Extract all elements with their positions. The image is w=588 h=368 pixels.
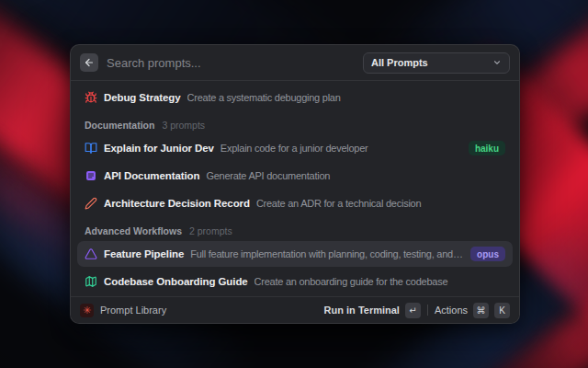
chevron-down-icon <box>492 58 502 67</box>
section-count: 3 prompts <box>162 120 205 131</box>
pencil-icon <box>85 197 97 210</box>
filter-dropdown[interactable]: All Prompts <box>363 52 510 74</box>
run-in-terminal-label: Run in Terminal <box>324 305 400 316</box>
document-lines-icon <box>85 169 97 182</box>
prompt-subtitle: Create an onboarding guide for the codeb… <box>254 276 505 287</box>
filter-label: All Prompts <box>371 57 428 68</box>
prompt-title: API Documentation <box>104 170 199 181</box>
list-item[interactable]: Architecture Decision Record Create an A… <box>77 190 513 216</box>
prompt-subtitle: Explain code for a junior developer <box>220 143 462 154</box>
prompt-title: Feature Pipeline <box>104 248 184 259</box>
prompt-subtitle: Full feature implementation with plannin… <box>190 248 464 259</box>
prompt-subtitle: Create a systematic debugging plan <box>187 92 505 103</box>
triangle-icon <box>85 247 97 260</box>
prompt-subtitle: Generate API documentation <box>206 170 505 181</box>
run-in-terminal-button[interactable]: Run in Terminal ↵ <box>324 303 421 318</box>
claude-logo-icon: ✳ <box>80 304 94 317</box>
model-badge: haiku <box>469 141 505 155</box>
section-label: Documentation <box>85 120 154 131</box>
actions-button[interactable]: Actions ⌘ K <box>435 303 510 318</box>
command-key-icon: ⌘ <box>473 303 489 318</box>
arrow-left-icon <box>84 57 95 68</box>
map-icon <box>85 275 97 288</box>
section-count: 2 prompts <box>189 225 232 236</box>
k-key-icon: K <box>494 303 510 318</box>
search-input[interactable] <box>107 56 355 70</box>
footer-divider <box>427 305 428 316</box>
book-open-icon <box>85 142 97 155</box>
prompt-title: Debug Strategy <box>104 92 181 103</box>
list-item[interactable]: Explain for Junior Dev Explain code for … <box>77 135 513 161</box>
actions-label: Actions <box>435 305 468 316</box>
footer-bar: ✳ Prompt Library Run in Terminal ↵ Actio… <box>71 296 519 323</box>
section-label: Advanced Workflows <box>85 225 182 236</box>
back-button[interactable] <box>80 53 98 72</box>
prompt-title: Explain for Junior Dev <box>104 143 214 154</box>
prompt-title: Architecture Decision Record <box>104 198 250 209</box>
model-badge: opus <box>470 247 505 261</box>
app-label: Prompt Library <box>100 305 166 316</box>
prompt-library-modal: All Prompts Debug Strategy Create a syst… <box>70 44 520 324</box>
return-key-icon: ↵ <box>405 303 421 318</box>
prompt-subtitle: Create an ADR for a technical decision <box>256 198 505 209</box>
list-item[interactable]: Codebase Onboarding Guide Create an onbo… <box>77 269 513 294</box>
list-item[interactable]: Debug Strategy Create a systematic debug… <box>77 85 513 110</box>
search-header: All Prompts <box>71 45 519 81</box>
bug-icon <box>85 91 97 104</box>
prompt-title: Codebase Onboarding Guide <box>104 276 248 287</box>
prompt-list: Debug Strategy Create a systematic debug… <box>71 81 519 296</box>
list-item[interactable]: API Documentation Generate API documenta… <box>77 163 513 189</box>
section-header: Advanced Workflows 2 prompts <box>77 223 513 239</box>
list-item-selected[interactable]: Feature Pipeline Full feature implementa… <box>77 241 513 267</box>
section-header: Documentation 3 prompts <box>77 117 513 133</box>
